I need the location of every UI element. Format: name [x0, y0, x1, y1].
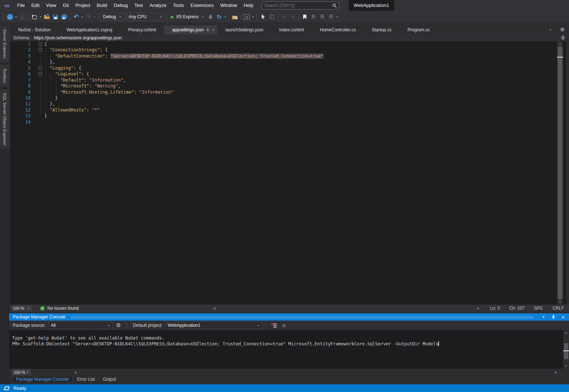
split-window-button[interactable]	[560, 35, 566, 41]
menu-item-git[interactable]: Git	[59, 0, 72, 11]
doc-tab-appsettings-json[interactable]: appsettings.json×	[164, 26, 217, 34]
rail-tab-toolbox[interactable]: Toolbox	[0, 65, 9, 87]
scroll-down-icon[interactable]: ▼	[557, 300, 563, 303]
hscroll-left-icon[interactable]: ◀	[213, 306, 216, 310]
toolbar-overflow-button[interactable]: ▼	[335, 16, 339, 18]
new-project-button[interactable]	[30, 12, 39, 21]
save-all-button[interactable]	[60, 12, 68, 21]
search-input[interactable]	[262, 3, 332, 8]
previous-bookmark-button[interactable]	[309, 12, 318, 21]
close-icon[interactable]: ×	[212, 26, 214, 34]
code-line[interactable]: 14	[10, 119, 566, 125]
code-editor[interactable]: 1-{2- "ConnectionStrings": {3 "DefaultCo…	[10, 41, 566, 305]
code-line[interactable]: 7 "Default": "Information",	[10, 77, 566, 83]
doc-tab-privacy-cshtml[interactable]: Privacy.cshtml	[120, 26, 164, 34]
doc-tab-homecontroller-cs[interactable]: HomeController.cs	[312, 26, 364, 34]
doc-tab-startup-cs[interactable]: Startup.cs	[364, 26, 400, 34]
bottom-tab-output[interactable]: Output	[99, 376, 119, 383]
clear-console-button[interactable]	[271, 323, 277, 328]
console-output[interactable]: Type 'get-help NuGet' to see all availab…	[9, 330, 569, 369]
tab-list-dropdown[interactable]: ▼	[549, 28, 552, 31]
code-line[interactable]: 11 },	[10, 101, 566, 107]
code-line[interactable]: 6- "LogLevel": {	[10, 71, 566, 77]
bottom-tab-package-manager-console[interactable]: Package Manager Console	[12, 376, 73, 383]
schema-picker-bar[interactable]: Schema: https://json.schemastore.org/app…	[10, 34, 566, 41]
menu-item-window[interactable]: Window	[217, 0, 240, 11]
rail-tab-sql-server-object-explorer[interactable]: SQL Server Object Explorer	[0, 89, 9, 149]
redo-dropdown-caret[interactable]: ▼	[93, 16, 97, 18]
code-line[interactable]: 5- "Logging": {	[10, 65, 566, 71]
undo-dropdown-caret[interactable]: ▼	[81, 16, 84, 18]
save-button[interactable]	[51, 12, 60, 21]
selection-mode-button[interactable]	[259, 12, 268, 21]
decrease-indent-button[interactable]: ≡	[280, 12, 289, 21]
clear-bookmarks-button[interactable]	[327, 12, 335, 21]
doc-tab-nuget-solution[interactable]: NuGet - Solution	[10, 26, 59, 34]
find-in-files-button[interactable]	[231, 12, 239, 21]
code-line[interactable]: 1-{	[10, 41, 566, 47]
solution-configuration-combo[interactable]: Debug ▼	[101, 13, 125, 21]
menu-item-test[interactable]: Test	[131, 0, 146, 11]
run-target-caret[interactable]: ▼	[201, 16, 205, 18]
fold-collapse-box[interactable]: -	[39, 66, 42, 70]
code-line[interactable]: 3 "DefaultConnection": "Server=DESKTOP-N…	[10, 53, 566, 59]
doc-tab-launchsettings-json[interactable]: launchSettings.json	[217, 26, 271, 34]
navigate-back-button[interactable]: ←	[5, 12, 14, 21]
scroll-up-icon[interactable]: ▲	[557, 42, 563, 46]
pin-icon[interactable]	[552, 315, 556, 320]
restart-dropdown-caret[interactable]: ▼	[224, 16, 227, 18]
fold-collapse-box[interactable]: -	[39, 42, 42, 46]
toggle-bookmark-button[interactable]	[301, 12, 309, 21]
console-vertical-scrollbar[interactable]: ▲ ▼	[563, 330, 569, 369]
code-line[interactable]: 12 "AllowedHosts": "*"	[10, 107, 566, 113]
tool-window-title-bar[interactable]: Package Manager Console ▼ ×	[9, 313, 569, 321]
code-line[interactable]: 9 "Microsoft.Hosting.Lifetime": "Informa…	[10, 89, 566, 95]
scroll-down-icon[interactable]: ▼	[563, 364, 569, 368]
code-line[interactable]: 10 }	[10, 95, 566, 101]
code-line[interactable]: 13}	[10, 113, 566, 119]
scroll-up-icon[interactable]: ▲	[563, 331, 569, 334]
hscroll-right-icon[interactable]: ▶	[555, 371, 557, 374]
menu-item-extensions[interactable]: Extensions	[187, 0, 217, 11]
hscroll-left-icon[interactable]: ◀	[74, 371, 76, 374]
code-line[interactable]: 8 "Microsoft": "Warning",	[10, 83, 566, 89]
undo-button[interactable]: ↶	[72, 12, 81, 21]
scrollbar-thumb[interactable]	[564, 343, 568, 359]
fold-collapse-box[interactable]: -	[39, 72, 42, 76]
code-line[interactable]: 4 },	[10, 59, 566, 65]
doc-tab-program-cs[interactable]: Program.cs	[400, 26, 438, 34]
home-dropdown-caret[interactable]: ▼	[251, 16, 255, 18]
stop-icon[interactable]	[282, 324, 286, 327]
start-debugging-button[interactable]: ▶ IIS Express ▼	[169, 14, 206, 19]
fold-collapse-box[interactable]: -	[39, 48, 42, 52]
home-button[interactable]: ⌂	[243, 12, 251, 21]
drag-handle-dots[interactable]	[71, 316, 534, 318]
hscroll-right-icon[interactable]: ▶	[477, 306, 480, 310]
menu-item-debug[interactable]: Debug	[110, 0, 131, 11]
restart-button[interactable]: ↻	[215, 12, 224, 21]
menu-item-edit[interactable]: Edit	[28, 0, 43, 11]
hot-reload-button[interactable]	[206, 12, 215, 21]
solution-name-badge[interactable]: WebApplication1	[349, 0, 394, 11]
window-position-caret[interactable]: ▼	[542, 315, 546, 319]
gear-icon[interactable]: ⚙	[560, 27, 565, 32]
code-line[interactable]: 2- "ConnectionStrings": {	[10, 47, 566, 53]
redo-button[interactable]: ↷	[84, 12, 93, 21]
package-source-settings-gear-icon[interactable]: ⚙	[116, 322, 121, 329]
search-icon[interactable]	[332, 3, 339, 8]
toolbar-grip[interactable]	[3, 13, 4, 20]
doc-tab-index-cshtml[interactable]: Index.cshtml	[271, 26, 312, 34]
editor-vertical-scrollbar[interactable]: ▲ ▼	[557, 41, 563, 305]
menu-item-file[interactable]: File	[14, 0, 28, 11]
bottom-tab-error-list[interactable]: Error List	[74, 376, 99, 383]
menu-item-project[interactable]: Project	[72, 0, 93, 11]
menu-item-help[interactable]: Help	[240, 0, 257, 11]
open-file-button[interactable]	[42, 12, 51, 21]
menu-item-view[interactable]: View	[43, 0, 59, 11]
package-source-combo[interactable]: All ▼	[48, 322, 113, 329]
copy-structure-button[interactable]	[268, 12, 276, 21]
navigate-forward-button[interactable]: →	[18, 12, 27, 21]
health-indicator[interactable]: ✓ No issues found	[40, 306, 79, 311]
close-icon[interactable]: ×	[561, 314, 565, 320]
default-project-combo[interactable]: WebApplication1 ▼	[165, 322, 263, 329]
